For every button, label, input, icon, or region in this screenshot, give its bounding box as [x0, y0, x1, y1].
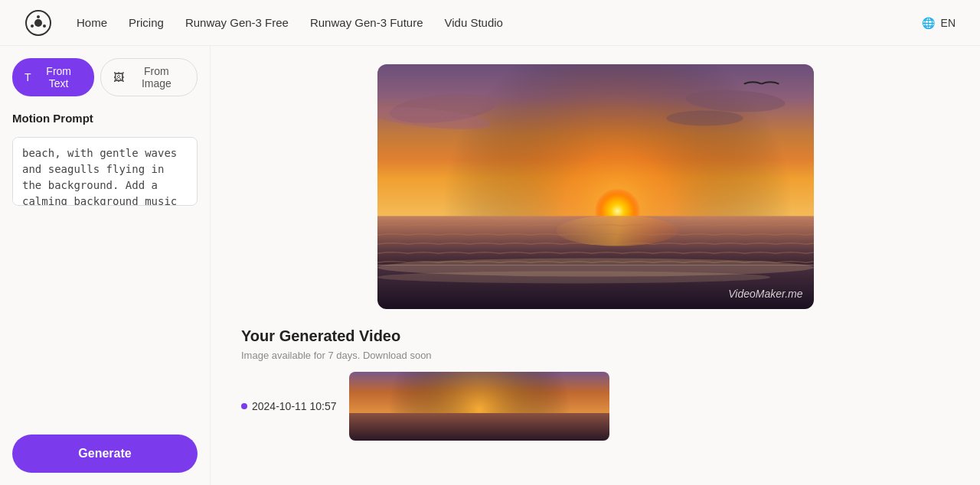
sidebar: T From Text 🖼 From Image Motion Prompt b… [0, 46, 211, 485]
navbar-left: Home Pricing Runway Gen-3 Free Runway Ge… [24, 9, 503, 37]
nav-links: Home Pricing Runway Gen-3 Free Runway Ge… [77, 16, 503, 29]
language-selector[interactable]: 🌐 EN [922, 17, 956, 29]
nav-runway-gen3-future[interactable]: Runway Gen-3 Future [310, 16, 423, 29]
text-icon: T [24, 71, 31, 83]
featured-image-wrapper: VideoMaker.me [377, 64, 814, 309]
generated-section: Your Generated Video Image available for… [241, 327, 949, 441]
nav-pricing[interactable]: Pricing [129, 16, 164, 29]
logo[interactable] [24, 9, 52, 37]
content-area: VideoMaker.me Your Generated Video Image… [211, 46, 980, 485]
tab-from-image[interactable]: 🖼 From Image [100, 58, 198, 96]
entry-dot [241, 403, 247, 409]
tab-from-text[interactable]: T From Text [12, 58, 94, 96]
entry-date-label: 2024-10-11 10:57 [252, 400, 337, 412]
svg-point-4 [31, 24, 34, 28]
main-layout: T From Text 🖼 From Image Motion Prompt b… [0, 46, 980, 485]
nav-vidu-studio[interactable]: Vidu Studio [445, 16, 503, 29]
nav-home[interactable]: Home [77, 16, 107, 29]
video-entry-date: 2024-10-11 10:57 [241, 400, 337, 412]
motion-prompt-label: Motion Prompt [12, 112, 198, 125]
generate-button[interactable]: Generate [12, 435, 198, 473]
svg-point-2 [37, 15, 40, 18]
svg-point-3 [43, 24, 46, 28]
tab-from-image-label: From Image [129, 65, 185, 90]
tab-from-text-label: From Text [36, 65, 82, 90]
tab-buttons: T From Text 🖼 From Image [12, 58, 198, 96]
generated-title: Your Generated Video [241, 327, 949, 345]
language-label: EN [941, 17, 956, 29]
featured-image-canvas [377, 64, 814, 309]
svg-point-1 [34, 19, 42, 27]
image-icon: 🖼 [113, 71, 124, 83]
globe-icon: 🌐 [922, 17, 935, 29]
video-entry: 2024-10-11 10:57 [241, 372, 949, 441]
motion-prompt-input[interactable]: beach, with gentle waves and seagulls fl… [12, 137, 198, 206]
video-thumbnail[interactable] [349, 372, 609, 441]
generated-subtitle: Image available for 7 days. Download soo… [241, 350, 949, 361]
video-thumb-canvas [349, 372, 609, 441]
nav-runway-gen3-free[interactable]: Runway Gen-3 Free [185, 16, 289, 29]
navbar: Home Pricing Runway Gen-3 Free Runway Ge… [0, 0, 980, 46]
